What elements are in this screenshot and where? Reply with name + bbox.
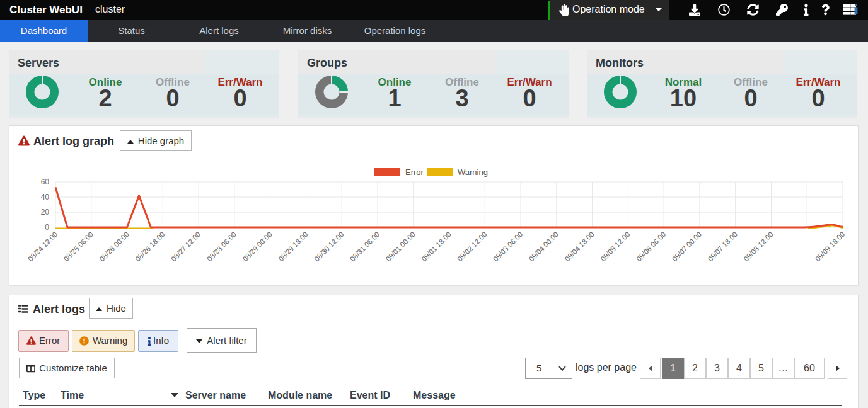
svg-text:08/28 06:00: 08/28 06:00 xyxy=(205,230,238,263)
svg-text:60: 60 xyxy=(41,178,50,186)
svg-text:0: 0 xyxy=(45,223,49,232)
svg-text:09/04 00:00: 09/04 00:00 xyxy=(528,230,560,263)
svg-text:Warning: Warning xyxy=(458,167,488,177)
svg-text:09/09 18:00: 09/09 18:00 xyxy=(814,230,846,263)
svg-text:09/08 12:00: 09/08 12:00 xyxy=(742,230,774,263)
svg-text:20: 20 xyxy=(41,208,50,217)
svg-text:08/31 06:00: 08/31 06:00 xyxy=(349,230,381,263)
svg-text:08/30 12:00: 08/30 12:00 xyxy=(313,230,345,263)
svg-text:08/24 12:00: 08/24 12:00 xyxy=(26,230,59,263)
svg-text:09/02 12:00: 09/02 12:00 xyxy=(456,230,488,263)
svg-text:08/25 06:00: 08/25 06:00 xyxy=(62,230,95,263)
svg-text:08/29 00:00: 08/29 00:00 xyxy=(241,230,274,263)
svg-text:08/27 12:00: 08/27 12:00 xyxy=(170,230,202,263)
svg-text:08/26 00:00: 08/26 00:00 xyxy=(98,230,130,263)
svg-text:09/05 12:00: 09/05 12:00 xyxy=(599,230,631,263)
svg-text:09/03 06:00: 09/03 06:00 xyxy=(492,230,524,263)
svg-text:09/01 00:00: 09/01 00:00 xyxy=(385,230,417,263)
svg-text:09/01 18:00: 09/01 18:00 xyxy=(420,230,452,263)
svg-text:08/26 18:00: 08/26 18:00 xyxy=(134,230,166,263)
svg-text:09/07 00:00: 09/07 00:00 xyxy=(671,230,703,263)
svg-text:Error: Error xyxy=(405,167,424,177)
svg-text:09/07 18:00: 09/07 18:00 xyxy=(707,230,739,263)
svg-text:08/29 18:00: 08/29 18:00 xyxy=(277,230,309,263)
svg-text:09/06 06:00: 09/06 06:00 xyxy=(635,230,667,263)
svg-text:40: 40 xyxy=(41,193,50,201)
svg-text:09/04 18:00: 09/04 18:00 xyxy=(564,230,596,263)
